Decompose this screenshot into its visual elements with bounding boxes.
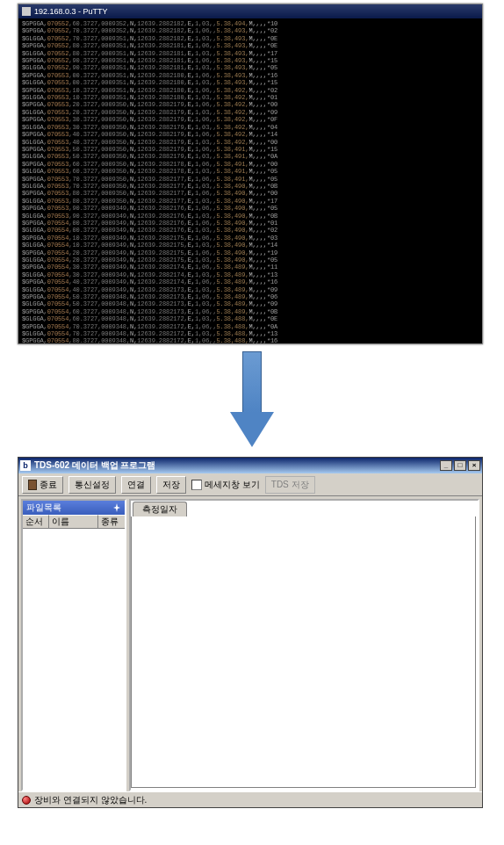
nmea-line: $GLGGA,070552,90.3727,0009351,N,12639.28… (22, 64, 479, 71)
nmea-line: $GPGGA,070552,60.3727,0009352,N,12639.28… (22, 20, 479, 27)
tds-title: TDS-602 데이터 백업 프로그램 (34, 459, 155, 472)
tds-save-button[interactable]: TDS 저장 (265, 476, 315, 494)
connect-button[interactable]: 연결 (121, 476, 151, 494)
show-message-label: 메세지창 보기 (205, 479, 260, 491)
nmea-line: $GLGGA,070552,70.3727,0009351,N,12639.28… (22, 35, 479, 42)
col-seq[interactable]: 순서 (23, 515, 49, 528)
show-message-checkbox[interactable]: 메세지창 보기 (191, 479, 260, 491)
putty-titlebar[interactable]: 192.168.0.3 - PuTTY (18, 4, 482, 18)
nmea-line: $GPGGA,070554,70.3727,0009348,N,12639.28… (22, 323, 479, 330)
nmea-line: $GPGGA,070553,00.3727,0009351,N,12639.28… (22, 72, 479, 79)
maximize-button[interactable]: □ (454, 460, 466, 471)
nmea-line: $GPGGA,070554,50.3727,0009348,N,12639.28… (22, 293, 479, 300)
connect-label: 연결 (127, 479, 145, 491)
nmea-line: $GLGGA,070553,70.3727,0009350,N,12639.28… (22, 183, 479, 190)
nmea-line: $GPGGA,070553,90.3727,0009349,N,12639.28… (22, 205, 479, 212)
tds-app-icon: b (20, 460, 31, 471)
nmea-line: $GLGGA,070553,20.3727,0009350,N,12639.28… (22, 109, 479, 116)
file-list-columns: 순서 이름 종류 (23, 515, 125, 529)
nmea-line: $GLGGA,070553,10.3727,0009351,N,12639.28… (22, 94, 479, 101)
exit-button-label: 종료 (40, 479, 57, 491)
nmea-line: $GLGGA,070554,00.3727,0009349,N,12639.28… (22, 227, 479, 234)
putty-app-icon (22, 7, 31, 16)
nmea-line: $GPGGA,070552,90.3727,0009351,N,12639.28… (22, 57, 479, 64)
nmea-line: $GPGGA,070553,80.3727,0009350,N,12639.28… (22, 190, 479, 197)
nmea-line: $GPGGA,070553,20.3727,0009350,N,12639.28… (22, 101, 479, 108)
file-list-title: 파일목록 (26, 502, 61, 514)
tab-strip: 측정일자 (131, 501, 478, 516)
tds-save-label: TDS 저장 (271, 479, 309, 491)
checkbox-icon[interactable] (191, 480, 202, 490)
nmea-line: $GPGGA,070554,40.3727,0009349,N,12639.28… (22, 278, 479, 285)
putty-title: 192.168.0.3 - PuTTY (34, 7, 108, 16)
minimize-button[interactable]: _ (440, 460, 452, 471)
tds-window: b TDS-602 데이터 백업 프로그램 _ □ × 종료 통신설정 연결 저… (18, 457, 483, 808)
col-type[interactable]: 종류 (98, 515, 125, 528)
nmea-line: $GPGGA,070552,70.3727,0009352,N,12639.28… (22, 27, 479, 34)
nmea-line: $GLGGA,070552,80.3727,0009351,N,12639.28… (22, 50, 479, 57)
nmea-line: $GLGGA,070553,00.3727,0009351,N,12639.28… (22, 79, 479, 86)
tds-toolbar: 종료 통신설정 연결 저장 메세지창 보기 TDS 저장 (18, 473, 482, 496)
down-arrow-icon (230, 351, 274, 448)
putty-terminal[interactable]: $GPGGA,070552,60.3727,0009352,N,12639.28… (18, 18, 482, 343)
nmea-line: $GLGGA,070553,60.3727,0009350,N,12639.28… (22, 168, 479, 175)
nmea-line: $GPGGA,070554,20.3727,0009349,N,12639.28… (22, 249, 479, 256)
nmea-line: $GPGGA,070554,80.3727,0009348,N,12639.28… (22, 337, 479, 343)
nmea-line: $GPGGA,070553,60.3727,0009350,N,12639.28… (22, 161, 479, 168)
nmea-line: $GLGGA,070553,50.3727,0009350,N,12639.28… (22, 153, 479, 160)
nmea-line: $GLGGA,070553,90.3727,0009349,N,12639.28… (22, 213, 479, 220)
nmea-line: $GLGGA,070554,40.3727,0009349,N,12639.28… (22, 286, 479, 293)
nmea-line: $GPGGA,070553,40.3727,0009350,N,12639.28… (22, 131, 479, 138)
nmea-line: $GLGGA,070554,10.3727,0009349,N,12639.28… (22, 242, 479, 249)
comm-settings-label: 통신설정 (75, 479, 110, 491)
nmea-line: $GPGGA,070554,60.3727,0009348,N,12639.28… (22, 308, 479, 315)
nmea-line: $GLGGA,070553,30.3727,0009350,N,12639.28… (22, 124, 479, 131)
file-list-panel: 파일목록 순서 이름 종류 (21, 499, 126, 791)
nmea-line: $GPGGA,070553,30.3727,0009350,N,12639.28… (22, 116, 479, 123)
nmea-line: $GPGGA,070554,30.3727,0009349,N,12639.28… (22, 264, 479, 271)
nmea-line: $GLGGA,070554,50.3727,0009348,N,12639.28… (22, 300, 479, 307)
pin-icon[interactable] (112, 503, 121, 512)
nmea-line: $GPGGA,070553,70.3727,0009350,N,12639.28… (22, 176, 479, 183)
comm-settings-button[interactable]: 통신설정 (68, 476, 116, 494)
status-led-icon (22, 796, 31, 805)
putty-window: 192.168.0.3 - PuTTY $GPGGA,070552,60.372… (18, 4, 483, 344)
close-button[interactable]: × (468, 460, 480, 471)
nmea-line: $GLGGA,070554,60.3727,0009348,N,12639.28… (22, 315, 479, 322)
tab-measurement-date-label: 측정일자 (142, 504, 177, 514)
file-list-header: 파일목록 (23, 501, 125, 515)
door-icon (28, 480, 37, 490)
nmea-line: $GPGGA,070553,10.3727,0009351,N,12639.28… (22, 87, 479, 94)
nmea-line: $GPGGA,070553,50.3727,0009350,N,12639.28… (22, 146, 479, 153)
exit-button[interactable]: 종료 (22, 476, 63, 494)
col-name[interactable]: 이름 (49, 515, 98, 528)
status-bar: 장비와 연결되지 않았습니다. (18, 791, 482, 807)
save-button[interactable]: 저장 (156, 476, 186, 494)
nmea-line: $GLGGA,070554,70.3727,0009348,N,12639.28… (22, 330, 479, 337)
nmea-line: $GPGGA,070554,10.3727,0009349,N,12639.28… (22, 235, 479, 242)
file-list-body[interactable] (23, 529, 125, 790)
status-text: 장비와 연결되지 않았습니다. (34, 794, 147, 806)
save-label: 저장 (162, 479, 180, 491)
nmea-line: $GLGGA,070554,30.3727,0009349,N,12639.28… (22, 271, 479, 278)
tds-titlebar[interactable]: b TDS-602 데이터 백업 프로그램 _ □ × (18, 458, 482, 473)
tab-content[interactable] (131, 516, 476, 788)
tab-measurement-date[interactable]: 측정일자 (133, 502, 187, 516)
nmea-line: $GPGGA,070552,80.3727,0009351,N,12639.28… (22, 42, 479, 49)
nmea-line: $GLGGA,070553,40.3727,0009350,N,12639.28… (22, 139, 479, 146)
nmea-line: $GLGGA,070554,20.3727,0009349,N,12639.28… (22, 256, 479, 264)
nmea-line: $GLGGA,070553,80.3727,0009350,N,12639.28… (22, 198, 479, 205)
nmea-line: $GPGGA,070554,00.3727,0009349,N,12639.28… (22, 220, 479, 227)
detail-panel: 측정일자 (129, 499, 479, 791)
